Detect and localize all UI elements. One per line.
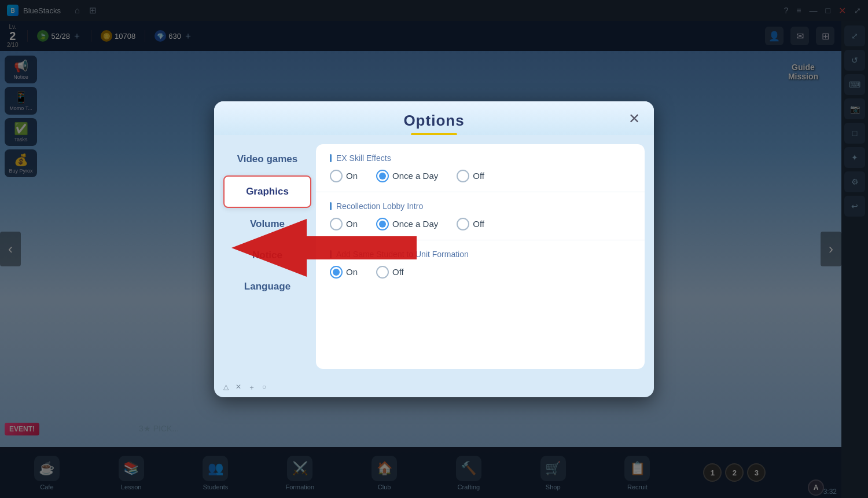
- hint-x-icon: ✕: [236, 383, 241, 393]
- menu-item-notice[interactable]: Notice: [223, 240, 311, 270]
- options-content-panel: EX Skill Effects On Once a Day Off: [316, 144, 645, 369]
- recollection-on-radio[interactable]: [330, 218, 343, 230]
- formation-title: Add Same Student to Unit Formation: [330, 250, 631, 259]
- formation-off-option[interactable]: Off: [376, 266, 404, 279]
- recollection-once-radio[interactable]: [376, 218, 389, 230]
- formation-on-radio[interactable]: [330, 266, 343, 279]
- recollection-off-radio[interactable]: [457, 218, 469, 230]
- dialog-overlay: Options ✕ Video games Graphics Volume No…: [0, 0, 868, 498]
- dialog-close-button[interactable]: ✕: [624, 108, 645, 129]
- ex-skill-once-radio[interactable]: [376, 170, 389, 182]
- option-section-formation: Add Same Student to Unit Formation On Of…: [316, 240, 645, 288]
- formation-on-label: On: [346, 267, 358, 277]
- menu-item-language[interactable]: Language: [223, 272, 311, 302]
- recollection-on-label: On: [346, 219, 358, 229]
- formation-off-radio[interactable]: [376, 266, 389, 279]
- title-underline: [411, 133, 457, 135]
- hint-circle-icon: ○: [262, 383, 266, 393]
- ex-skill-off-option[interactable]: Off: [457, 170, 484, 182]
- ex-skill-on-option[interactable]: On: [330, 170, 358, 182]
- recollection-on-option[interactable]: On: [330, 218, 358, 230]
- recollection-off-option[interactable]: Off: [457, 218, 484, 230]
- ex-skill-on-radio[interactable]: [330, 170, 343, 182]
- recollection-once-label: Once a Day: [392, 219, 438, 229]
- formation-radio-group: On Off: [330, 266, 631, 279]
- dialog-header: Options ✕: [214, 101, 654, 135]
- option-section-ex-skill: EX Skill Effects On Once a Day Off: [316, 144, 645, 192]
- ex-skill-title: EX Skill Effects: [330, 153, 631, 163]
- option-section-recollection: Recollection Lobby Intro On Once a Day: [316, 192, 645, 240]
- dialog-body: Video games Graphics Volume Notice Langu…: [214, 135, 654, 378]
- menu-item-volume[interactable]: Volume: [223, 209, 311, 239]
- recollection-title: Recollection Lobby Intro: [330, 202, 631, 211]
- formation-off-label: Off: [392, 267, 404, 277]
- dialog-title: Options: [228, 112, 640, 130]
- recollection-once-option[interactable]: Once a Day: [376, 218, 438, 230]
- ex-skill-radio-group: On Once a Day Off: [330, 170, 631, 182]
- menu-item-graphics[interactable]: Graphics: [223, 175, 311, 208]
- hint-plus-icon: ＋: [248, 383, 255, 393]
- ex-skill-once-option[interactable]: Once a Day: [376, 170, 438, 182]
- ex-skill-on-label: On: [346, 171, 358, 181]
- ex-skill-once-label: Once a Day: [392, 171, 438, 181]
- options-dialog: Options ✕ Video games Graphics Volume No…: [214, 101, 654, 397]
- ex-skill-off-label: Off: [473, 171, 484, 181]
- menu-item-video-games[interactable]: Video games: [223, 144, 311, 174]
- formation-on-option[interactable]: On: [330, 266, 358, 279]
- options-sidebar: Video games Graphics Volume Notice Langu…: [223, 144, 316, 369]
- recollection-radio-group: On Once a Day Off: [330, 218, 631, 230]
- ex-skill-off-radio[interactable]: [457, 170, 469, 182]
- hint-triangle-icon: △: [223, 383, 229, 393]
- dialog-footer: △ ✕ ＋ ○: [214, 378, 654, 397]
- recollection-off-label: Off: [473, 219, 484, 229]
